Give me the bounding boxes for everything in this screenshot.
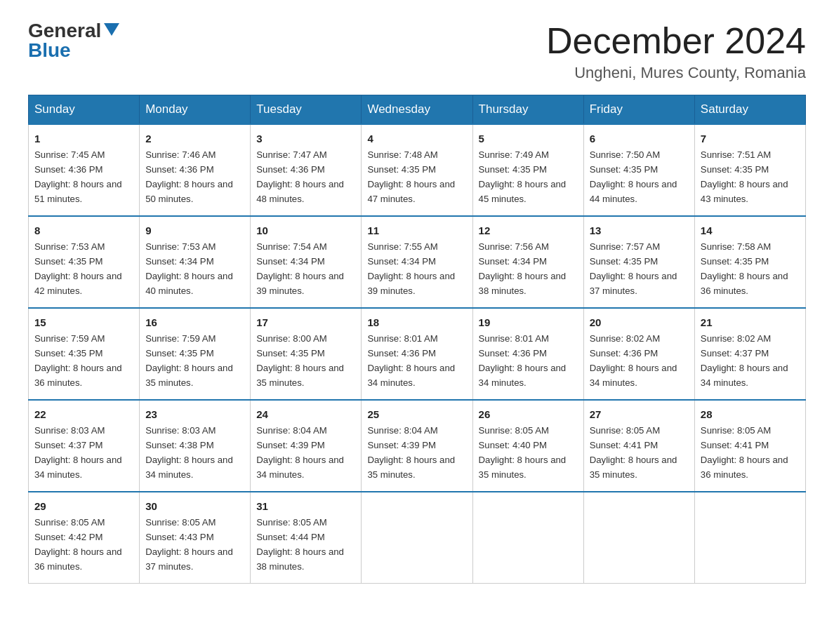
day-number: 23 (145, 406, 244, 422)
day-cell: 25Sunrise: 8:04 AMSunset: 4:39 PMDayligh… (362, 400, 472, 492)
day-number: 22 (34, 406, 133, 422)
day-number: 24 (256, 406, 355, 422)
day-number: 26 (479, 406, 578, 422)
day-info: Sunrise: 8:03 AMSunset: 4:37 PMDaylight:… (34, 425, 122, 480)
day-number: 30 (145, 498, 244, 514)
day-number: 12 (479, 222, 578, 239)
day-number: 8 (34, 222, 133, 239)
day-info: Sunrise: 7:56 AMSunset: 4:34 PMDaylight:… (479, 241, 567, 296)
day-cell: 20Sunrise: 8:02 AMSunset: 4:36 PMDayligh… (583, 308, 694, 400)
location-title: Ungheni, Mures County, Romania (546, 64, 806, 82)
day-number: 3 (256, 130, 355, 147)
day-number: 28 (701, 406, 800, 422)
day-cell: 12Sunrise: 7:56 AMSunset: 4:34 PMDayligh… (472, 216, 583, 308)
week-row-2: 8Sunrise: 7:53 AMSunset: 4:35 PMDaylight… (29, 216, 806, 308)
day-cell: 9Sunrise: 7:53 AMSunset: 4:34 PMDaylight… (140, 216, 251, 308)
header-saturday: Saturday (694, 95, 805, 125)
day-number: 27 (590, 406, 689, 422)
day-info: Sunrise: 8:02 AMSunset: 4:37 PMDaylight:… (701, 333, 788, 388)
logo-blue-text: Blue (28, 39, 71, 61)
header-friday: Friday (583, 95, 694, 125)
page-header: General Blue December 2024 Ungheni, Mure… (28, 21, 806, 82)
day-number: 14 (701, 222, 800, 239)
day-cell: 7Sunrise: 7:51 AMSunset: 4:35 PMDaylight… (694, 124, 805, 216)
week-row-3: 15Sunrise: 7:59 AMSunset: 4:35 PMDayligh… (29, 308, 806, 400)
day-cell: 17Sunrise: 8:00 AMSunset: 4:35 PMDayligh… (251, 308, 362, 400)
day-cell: 22Sunrise: 8:03 AMSunset: 4:37 PMDayligh… (29, 400, 140, 492)
day-cell (694, 492, 805, 583)
day-number: 16 (145, 314, 244, 330)
day-number: 9 (145, 222, 244, 239)
day-cell: 18Sunrise: 8:01 AMSunset: 4:36 PMDayligh… (362, 308, 472, 400)
day-info: Sunrise: 7:47 AMSunset: 4:36 PMDaylight:… (256, 149, 344, 204)
day-info: Sunrise: 7:48 AMSunset: 4:35 PMDaylight:… (367, 149, 455, 204)
day-cell: 10Sunrise: 7:54 AMSunset: 4:34 PMDayligh… (251, 216, 362, 308)
day-cell: 14Sunrise: 7:58 AMSunset: 4:35 PMDayligh… (694, 216, 805, 308)
day-number: 7 (701, 130, 800, 147)
day-cell (583, 492, 694, 583)
day-cell: 26Sunrise: 8:05 AMSunset: 4:40 PMDayligh… (472, 400, 583, 492)
day-info: Sunrise: 8:01 AMSunset: 4:36 PMDaylight:… (367, 333, 455, 388)
day-info: Sunrise: 8:02 AMSunset: 4:36 PMDaylight:… (590, 333, 677, 388)
logo-arrow-icon (104, 23, 119, 36)
day-info: Sunrise: 8:05 AMSunset: 4:40 PMDaylight:… (479, 425, 567, 480)
day-number: 31 (256, 498, 355, 514)
day-info: Sunrise: 8:00 AMSunset: 4:35 PMDaylight:… (256, 333, 344, 388)
header-thursday: Thursday (472, 95, 583, 125)
header-wednesday: Wednesday (362, 95, 472, 125)
day-cell: 24Sunrise: 8:04 AMSunset: 4:39 PMDayligh… (251, 400, 362, 492)
day-cell (472, 492, 583, 583)
day-cell: 31Sunrise: 8:05 AMSunset: 4:44 PMDayligh… (251, 492, 362, 583)
day-info: Sunrise: 7:54 AMSunset: 4:34 PMDaylight:… (256, 241, 344, 296)
header-sunday: Sunday (29, 95, 140, 125)
day-cell: 16Sunrise: 7:59 AMSunset: 4:35 PMDayligh… (140, 308, 251, 400)
day-cell: 19Sunrise: 8:01 AMSunset: 4:36 PMDayligh… (472, 308, 583, 400)
day-cell: 2Sunrise: 7:46 AMSunset: 4:36 PMDaylight… (140, 124, 251, 216)
day-info: Sunrise: 7:53 AMSunset: 4:35 PMDaylight:… (34, 241, 122, 296)
day-cell: 29Sunrise: 8:05 AMSunset: 4:42 PMDayligh… (29, 492, 140, 583)
svg-marker-0 (104, 23, 119, 36)
title-block: December 2024 Ungheni, Mures County, Rom… (546, 21, 806, 82)
header-row: SundayMondayTuesdayWednesdayThursdayFrid… (29, 95, 806, 125)
day-number: 19 (479, 314, 578, 330)
day-number: 25 (367, 406, 466, 422)
week-row-4: 22Sunrise: 8:03 AMSunset: 4:37 PMDayligh… (29, 400, 806, 492)
day-number: 11 (367, 222, 466, 239)
logo: General Blue (28, 21, 119, 60)
day-cell: 13Sunrise: 7:57 AMSunset: 4:35 PMDayligh… (583, 216, 694, 308)
day-number: 4 (367, 130, 466, 147)
month-title: December 2024 (546, 21, 806, 61)
day-info: Sunrise: 7:55 AMSunset: 4:34 PMDaylight:… (367, 241, 455, 296)
day-info: Sunrise: 7:49 AMSunset: 4:35 PMDaylight:… (479, 149, 567, 204)
day-info: Sunrise: 7:50 AMSunset: 4:35 PMDaylight:… (590, 149, 677, 204)
day-info: Sunrise: 7:53 AMSunset: 4:34 PMDaylight:… (145, 241, 233, 296)
day-cell: 4Sunrise: 7:48 AMSunset: 4:35 PMDaylight… (362, 124, 472, 216)
day-number: 20 (590, 314, 689, 330)
logo-general-text: General (28, 21, 101, 41)
day-cell: 15Sunrise: 7:59 AMSunset: 4:35 PMDayligh… (29, 308, 140, 400)
day-info: Sunrise: 7:45 AMSunset: 4:36 PMDaylight:… (34, 149, 122, 204)
day-info: Sunrise: 7:58 AMSunset: 4:35 PMDaylight:… (701, 241, 788, 296)
day-number: 17 (256, 314, 355, 330)
day-cell: 30Sunrise: 8:05 AMSunset: 4:43 PMDayligh… (140, 492, 251, 583)
day-info: Sunrise: 8:05 AMSunset: 4:41 PMDaylight:… (590, 425, 677, 480)
day-cell: 21Sunrise: 8:02 AMSunset: 4:37 PMDayligh… (694, 308, 805, 400)
header-tuesday: Tuesday (251, 95, 362, 125)
day-cell: 6Sunrise: 7:50 AMSunset: 4:35 PMDaylight… (583, 124, 694, 216)
day-cell: 3Sunrise: 7:47 AMSunset: 4:36 PMDaylight… (251, 124, 362, 216)
day-info: Sunrise: 7:59 AMSunset: 4:35 PMDaylight:… (34, 333, 122, 388)
week-row-5: 29Sunrise: 8:05 AMSunset: 4:42 PMDayligh… (29, 492, 806, 583)
day-info: Sunrise: 7:46 AMSunset: 4:36 PMDaylight:… (145, 149, 233, 204)
day-info: Sunrise: 7:51 AMSunset: 4:35 PMDaylight:… (701, 149, 788, 204)
day-info: Sunrise: 7:59 AMSunset: 4:35 PMDaylight:… (145, 333, 233, 388)
day-number: 5 (479, 130, 578, 147)
day-cell: 27Sunrise: 8:05 AMSunset: 4:41 PMDayligh… (583, 400, 694, 492)
day-cell: 8Sunrise: 7:53 AMSunset: 4:35 PMDaylight… (29, 216, 140, 308)
day-number: 13 (590, 222, 689, 239)
day-number: 18 (367, 314, 466, 330)
day-info: Sunrise: 8:03 AMSunset: 4:38 PMDaylight:… (145, 425, 233, 480)
day-cell (362, 492, 472, 583)
day-cell: 5Sunrise: 7:49 AMSunset: 4:35 PMDaylight… (472, 124, 583, 216)
day-info: Sunrise: 8:05 AMSunset: 4:44 PMDaylight:… (256, 517, 344, 572)
day-info: Sunrise: 8:05 AMSunset: 4:43 PMDaylight:… (145, 517, 233, 572)
